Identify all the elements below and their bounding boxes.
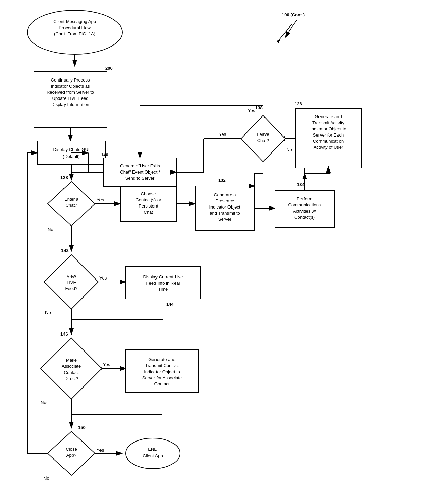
label-yes-142: Yes [99, 275, 107, 281]
start-ellipse-text-3: (Cont. From FIG. 1A) [54, 31, 95, 36]
label-yes-128: Yes [97, 197, 104, 202]
label-yes-150: Yes [97, 448, 104, 453]
node-136-text-6: Activity of User [314, 145, 343, 150]
node-200-text-1: Continually Process [51, 77, 90, 83]
node-144-text-1: Display Current Live [143, 274, 183, 280]
node-136-text-4: Server for Each [313, 132, 344, 138]
node-142-text-1: View [67, 274, 76, 279]
label-yes-up-138: Yes [219, 132, 226, 137]
node-140-text-1: Generate"User Exits [120, 163, 160, 168]
label-yes-138: Yes [248, 108, 255, 113]
label-134: 134 [297, 182, 305, 187]
node-130-text-3: Persistent [139, 203, 158, 209]
node-146-text-2: Associate [62, 364, 81, 369]
node-146-text-3: Contact [64, 370, 79, 375]
node-148-text-4: Server for Associate [142, 375, 182, 380]
node-150-text-1: Close [66, 447, 77, 452]
node-142-text-3: Feed? [65, 286, 78, 291]
node-200-text-3: Received from Server to [47, 90, 94, 95]
node-136-text-1: Generate and [315, 114, 342, 119]
node-200-text-2: Indicator Objects as [51, 84, 90, 89]
node-140-text-3: Send to Server [125, 176, 155, 181]
node-136-text-3: Indicator Object to [310, 126, 346, 131]
label-136: 136 [295, 101, 302, 106]
node-200-text-5: Display Information [51, 102, 89, 107]
node-144-text-2: Feed Info in Real [146, 281, 180, 286]
label-no-150: No [43, 475, 49, 481]
label-no-142: No [45, 310, 51, 315]
label-138: 138 [255, 105, 263, 110]
flowchart-container: 100 (Cont.) Client Messaging App Procedu… [0, 0, 421, 504]
node-142-text-2: LIVE [67, 280, 76, 285]
node-126-text-2: (Default) [63, 154, 80, 159]
label-no-128: No [48, 227, 53, 232]
node-132-text-1: Generate a [214, 192, 236, 197]
node-144-text-3: Time [158, 287, 168, 292]
node-130-text-1: Choose [141, 191, 156, 196]
label-200: 200 [105, 66, 113, 71]
node-138-text-2: Chat? [257, 138, 269, 143]
label-150: 150 [78, 425, 86, 430]
label-no-138: No [286, 147, 292, 152]
label-140: 140 [101, 152, 108, 157]
node-126-text-1: Display Chats GUI [53, 147, 90, 152]
node-132-text-2: Presence [216, 198, 234, 203]
label-128: 128 [60, 175, 68, 180]
start-ellipse-text-1: Client Messaging App [53, 19, 96, 24]
node-132-text-3: Indicator Object [209, 204, 240, 210]
node-200-text-4: Update LIVE Feed [52, 96, 89, 101]
node-128-text-1: Enter a [64, 197, 79, 202]
node-134-text-3: Activities w/ [293, 209, 316, 214]
node-138-text-1: Leave [257, 132, 269, 137]
node-134-text-1: Perform [297, 196, 312, 201]
node-150-text-2: App? [66, 453, 76, 458]
node-146-text-4: Direct? [64, 376, 78, 381]
node-130-text-2: Contact(s) or [135, 197, 161, 202]
label-146: 146 [60, 331, 68, 337]
start-ellipse-text-2: Procedural Flow [59, 25, 91, 30]
node-140-text-2: Chat" Event Object / [120, 169, 160, 175]
node-130-text-4: Chat [144, 210, 153, 215]
label-no-146: No [41, 400, 47, 405]
node-148-text-1: Generate and [148, 357, 176, 362]
node-152-text-2: Client App [143, 453, 163, 458]
node-128-text-2: Chat? [66, 203, 77, 208]
node-134-text-2: Communications [288, 202, 321, 208]
label-yes-146: Yes [103, 362, 110, 367]
ref-100-label: 100 (Cont.) [282, 12, 305, 17]
node-148-text-5: Contact [154, 381, 170, 386]
node-134-text-4: Contact(s) [294, 215, 315, 220]
svg-marker-1 [277, 40, 280, 43]
node-146-text-1: Make [66, 358, 77, 363]
node-136-text-2: Transmit Activity [312, 120, 345, 125]
label-142: 142 [61, 248, 69, 253]
node-152-text-1: END [148, 447, 157, 452]
node-132-text-5: Server [218, 217, 232, 222]
label-144: 144 [166, 302, 174, 307]
node-148-text-2: Transmit Contact [145, 363, 179, 368]
label-132: 132 [218, 178, 226, 183]
node-148-text-3: Indicator Object to [144, 369, 180, 374]
node-132-text-4: and Transmit to [209, 211, 240, 216]
node-136-text-5: Communication [313, 139, 344, 144]
